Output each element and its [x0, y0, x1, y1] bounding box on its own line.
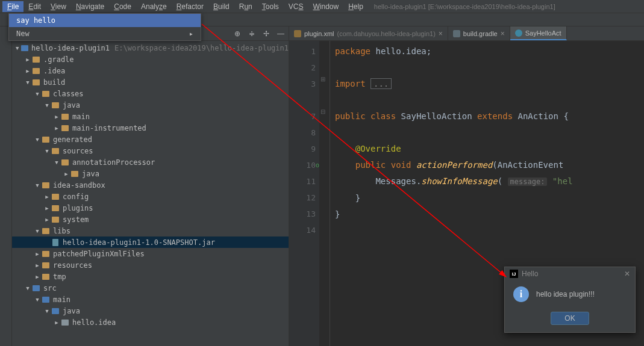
tree-item[interactable]: ▼annotationProcessor — [12, 156, 289, 168]
intellij-icon: IJ — [510, 270, 518, 278]
menu-analyze[interactable]: Analyze — [136, 1, 172, 12]
line-number: 13 — [289, 206, 316, 222]
window-title: hello-idea-plugin1 [E:\workspace-idea201… — [374, 3, 555, 10]
line-number — [289, 92, 316, 108]
tree-item[interactable]: ▼idea-sandbox — [12, 179, 289, 191]
dialog-titlebar[interactable]: IJ Hello ✕ — [505, 267, 635, 280]
inlay-hint: message: — [508, 178, 548, 186]
menu-code[interactable]: Code — [109, 1, 136, 12]
tree-item[interactable]: ▼main — [12, 294, 289, 305]
menu-vcs[interactable]: VCS — [284, 1, 308, 12]
line-number: 7 — [289, 108, 316, 125]
menu-help[interactable]: Help — [343, 1, 368, 12]
tab-label: plugin.xml — [304, 30, 334, 37]
info-dialog: IJ Hello ✕ i hello idea plugin!!! OK — [504, 267, 636, 333]
tree-item[interactable]: ▶config — [12, 191, 289, 202]
line-number: 1 — [289, 43, 316, 60]
editor-tabs: plugin.xml (com.dahuyou.hello-idea-plugi… — [289, 26, 644, 41]
tree-item[interactable]: ▶main — [12, 111, 289, 122]
close-icon[interactable]: ✕ — [624, 270, 630, 278]
xml-file-icon — [294, 30, 301, 37]
tree-item[interactable]: ▶hello.idea — [12, 317, 289, 328]
tree-root[interactable]: ▼hello-idea-plugin1E:\workspace-idea2019… — [12, 42, 289, 54]
menu-tools[interactable]: Tools — [257, 1, 284, 12]
menu-item-new[interactable]: New ▸ — [9, 27, 201, 40]
close-icon[interactable]: × — [501, 29, 505, 38]
menu-item-label: say hello — [16, 16, 55, 25]
menu-item-label: New — [16, 29, 30, 38]
menu-run[interactable]: Run — [234, 1, 257, 12]
line-number: 12 — [289, 190, 316, 206]
dialog-title-text: Hello — [522, 270, 538, 278]
folded-region[interactable]: ... — [370, 78, 392, 89]
tree-item[interactable]: ▶java — [12, 168, 289, 179]
tab-label: build.gradle — [463, 30, 498, 37]
tree-item[interactable]: ▼src — [12, 282, 289, 294]
tree-item[interactable]: ▶system — [12, 214, 289, 225]
line-number: 9 — [289, 141, 316, 157]
gutter: 1 2 3 7 8 9 10o↑ 11 12 13 14 — [289, 41, 319, 346]
tab-build-gradle[interactable]: build.gradle × — [448, 26, 510, 40]
tree-item[interactable]: ▼sources — [12, 145, 289, 156]
menu-build[interactable]: Build — [208, 1, 234, 12]
tab-qualifier: (com.dahuyou.hello-idea-plugin1) — [337, 30, 436, 37]
tree-item[interactable]: ▶main-instrumented — [12, 122, 289, 134]
tab-label: SayHelloAct — [525, 29, 561, 37]
line-number: 2 — [289, 60, 316, 76]
tree-item[interactable]: ▼generated — [12, 134, 289, 145]
tree-item[interactable]: ▶.gradle — [12, 54, 289, 65]
line-number: 3 — [289, 76, 316, 92]
tree-item[interactable]: ▼classes — [12, 88, 289, 99]
fold-collapse-icon[interactable]: ⊟ — [320, 108, 325, 115]
menu-view[interactable]: View — [46, 1, 71, 12]
gradle-file-icon — [453, 30, 460, 37]
tab-sayhello[interactable]: SayHelloAct — [510, 26, 567, 40]
tree-item[interactable]: ▶plugins — [12, 202, 289, 214]
hide-icon[interactable]: — — [277, 29, 285, 38]
dialog-message: hello idea plugin!!! — [536, 290, 595, 298]
menu-file[interactable]: File — [2, 1, 23, 12]
file-menu-dropdown: say hello New ▸ — [8, 13, 201, 41]
tree-item[interactable]: ▶patchedPluginXmlFiles — [12, 248, 289, 259]
line-number: 8 — [289, 125, 316, 141]
line-number: 10o↑ — [289, 157, 316, 173]
expand-icon[interactable]: ≑ — [248, 29, 256, 38]
tree-item[interactable]: ▼java — [12, 305, 289, 317]
tree-item[interactable]: ▼build — [12, 76, 289, 88]
locate-icon[interactable]: ⊕ — [233, 29, 242, 38]
tree-item[interactable]: hello-idea-plugin1-1.0-SNAPSHOT.jar — [12, 236, 289, 248]
project-tool-window: ■ Project ⊕ ≑ ✢ — ▼hello-idea-plugin1E:\… — [12, 26, 289, 346]
ok-button[interactable]: OK — [551, 312, 589, 325]
menu-edit[interactable]: Edit — [23, 1, 46, 12]
menu-item-say-hello[interactable]: say hello — [9, 14, 201, 27]
tree-item[interactable]: ▶.idea — [12, 65, 289, 76]
line-number: 11 — [289, 173, 316, 190]
tree-item[interactable]: ▼java — [12, 99, 289, 111]
fold-column[interactable]: ⊞ ⊟ — [319, 41, 330, 346]
close-icon[interactable]: × — [439, 29, 443, 38]
info-icon: i — [513, 286, 529, 302]
project-tree[interactable]: ▼hello-idea-plugin1E:\workspace-idea2019… — [12, 41, 289, 346]
menu-refactor[interactable]: Refactor — [172, 1, 208, 12]
tab-plugin-xml[interactable]: plugin.xml (com.dahuyou.hello-idea-plugi… — [289, 26, 448, 40]
fold-expand-icon[interactable]: ⊞ — [320, 76, 325, 82]
tree-item[interactable]: ▶tmp — [12, 271, 289, 282]
line-number: 14 — [289, 222, 316, 238]
class-file-icon — [515, 29, 522, 37]
tool-window-stripe[interactable] — [0, 26, 12, 346]
tree-item[interactable]: ▶resources — [12, 259, 289, 271]
menu-navigate[interactable]: Navigate — [71, 1, 109, 12]
gear-icon[interactable]: ✢ — [262, 29, 270, 38]
menu-window[interactable]: Window — [308, 1, 343, 12]
tree-item[interactable]: ▼libs — [12, 225, 289, 236]
submenu-arrow-icon: ▸ — [189, 29, 193, 38]
menubar: File Edit View Navigate Code Analyze Ref… — [0, 0, 644, 13]
